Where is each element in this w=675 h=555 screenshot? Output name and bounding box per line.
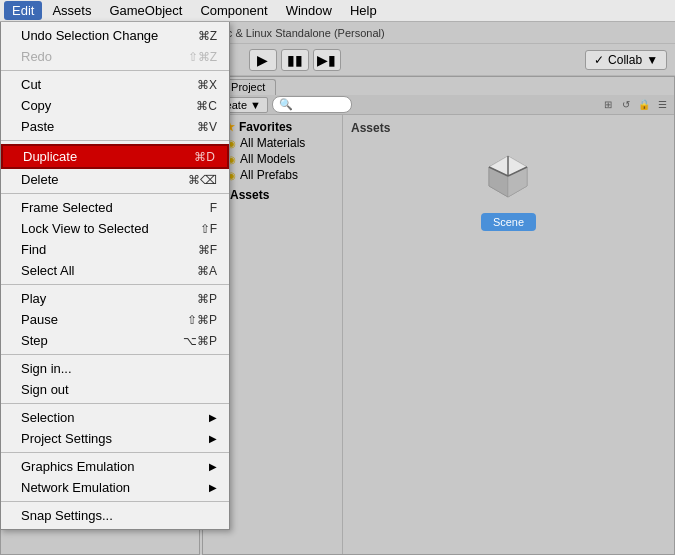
all-prefabs-label: All Prefabs <box>240 168 298 182</box>
menu-item-selection[interactable]: Selection ▶ <box>1 407 229 428</box>
signin-label: Sign in... <box>21 361 217 376</box>
menu-gameobject[interactable]: GameObject <box>101 1 190 20</box>
redo-label: Redo <box>21 49 188 64</box>
step-button[interactable]: ▶▮ <box>313 49 341 71</box>
unity-cube-icon <box>479 145 539 205</box>
graphicsemulation-arrow-icon: ▶ <box>209 461 217 472</box>
networkemulation-arrow-icon: ▶ <box>209 482 217 493</box>
project-body: ▼ ★ Favorites ◉ All Materials ◉ All Mode… <box>203 115 674 554</box>
separator-5 <box>1 354 229 355</box>
menu-window[interactable]: Window <box>278 1 340 20</box>
project-lock-icon[interactable]: 🔒 <box>636 97 652 113</box>
collab-button[interactable]: ✓ Collab ▼ <box>585 50 667 70</box>
separator-6 <box>1 403 229 404</box>
delete-shortcut: ⌘⌫ <box>188 173 217 187</box>
duplicate-label: Duplicate <box>23 149 194 164</box>
selectall-shortcut: ⌘A <box>197 264 217 278</box>
redo-shortcut: ⇧⌘Z <box>188 50 217 64</box>
menu-assets[interactable]: Assets <box>44 1 99 20</box>
collab-check-icon: ✓ <box>594 53 604 67</box>
assets-header-label: Assets <box>347 119 670 137</box>
project-icon1[interactable]: ⊞ <box>600 97 616 113</box>
selectall-label: Select All <box>21 263 197 278</box>
pause-button[interactable]: ▮▮ <box>281 49 309 71</box>
menu-item-find[interactable]: Find ⌘F <box>1 239 229 260</box>
cut-label: Cut <box>21 77 197 92</box>
menu-component[interactable]: Component <box>192 1 275 20</box>
separator-7 <box>1 452 229 453</box>
assets-tree-label: Assets <box>230 188 269 202</box>
menu-item-step[interactable]: Step ⌥⌘P <box>1 330 229 351</box>
menu-item-undo[interactable]: Undo Selection Change ⌘Z <box>1 25 229 46</box>
menu-item-redo[interactable]: Redo ⇧⌘Z <box>1 46 229 67</box>
project-search[interactable]: 🔍 <box>272 96 352 113</box>
separator-3 <box>1 193 229 194</box>
menu-item-paste[interactable]: Paste ⌘V <box>1 116 229 137</box>
lock-shortcut: ⇧F <box>200 222 217 236</box>
project-icon2[interactable]: ↺ <box>618 97 634 113</box>
snapsettings-label: Snap Settings... <box>21 508 217 523</box>
menu-item-pause[interactable]: Pause ⇧⌘P <box>1 309 229 330</box>
menu-item-graphicsemulation[interactable]: Graphics Emulation ▶ <box>1 456 229 477</box>
find-label: Find <box>21 242 198 257</box>
menu-edit[interactable]: Edit <box>4 1 42 20</box>
favorites-label: Favorites <box>239 120 292 134</box>
menu-item-lock[interactable]: Lock View to Selected ⇧F <box>1 218 229 239</box>
menu-bar: Edit Assets GameObject Component Window … <box>0 0 675 22</box>
selection-label: Selection <box>21 410 209 425</box>
pause-shortcut: ⇧⌘P <box>187 313 217 327</box>
menu-item-selectall[interactable]: Select All ⌘A <box>1 260 229 281</box>
menu-item-snapsettings[interactable]: Snap Settings... <box>1 505 229 526</box>
project-tabs: 📁 Project <box>203 77 674 95</box>
separator-1 <box>1 70 229 71</box>
pause-menu-label: Pause <box>21 312 187 327</box>
menu-item-signout[interactable]: Sign out <box>1 379 229 400</box>
menu-help[interactable]: Help <box>342 1 385 20</box>
edit-dropdown: Undo Selection Change ⌘Z Redo ⇧⌘Z Cut ⌘X… <box>0 22 230 530</box>
all-models-label: All Models <box>240 152 295 166</box>
menu-item-play[interactable]: Play ⌘P <box>1 288 229 309</box>
collab-arrow-icon: ▼ <box>646 53 658 67</box>
duplicate-shortcut: ⌘D <box>194 150 215 164</box>
separator-2 <box>1 140 229 141</box>
menu-item-frame[interactable]: Frame Selected F <box>1 197 229 218</box>
menu-item-signin[interactable]: Sign in... <box>1 358 229 379</box>
paste-shortcut: ⌘V <box>197 120 217 134</box>
projectsettings-arrow-icon: ▶ <box>209 433 217 444</box>
delete-label: Delete <box>21 172 188 187</box>
menu-item-cut[interactable]: Cut ⌘X <box>1 74 229 95</box>
separator-4 <box>1 284 229 285</box>
project-tab-label: Project <box>231 81 265 93</box>
scene-file-label: Scene <box>493 216 524 228</box>
project-panel: 📁 Project Create ▼ 🔍 ⊞ ↺ 🔒 ☰ ▼ ★ <box>202 76 675 555</box>
all-materials-label: All Materials <box>240 136 305 150</box>
menu-item-projectsettings[interactable]: Project Settings ▶ <box>1 428 229 449</box>
signout-label: Sign out <box>21 382 217 397</box>
step-menu-label: Step <box>21 333 183 348</box>
graphicsemulation-label: Graphics Emulation <box>21 459 209 474</box>
scene-thumbnail[interactable]: Scene <box>481 213 536 231</box>
project-toolbar: Create ▼ 🔍 ⊞ ↺ 🔒 ☰ <box>203 95 674 115</box>
menu-item-duplicate[interactable]: Duplicate ⌘D <box>1 144 229 169</box>
edit-menu: Undo Selection Change ⌘Z Redo ⇧⌘Z Cut ⌘X… <box>0 22 230 530</box>
projectsettings-label: Project Settings <box>21 431 209 446</box>
networkemulation-label: Network Emulation <box>21 480 209 495</box>
menu-item-copy[interactable]: Copy ⌘C <box>1 95 229 116</box>
search-icon: 🔍 <box>279 98 293 110</box>
play-button[interactable]: ▶ <box>249 49 277 71</box>
lock-label: Lock View to Selected <box>21 221 200 236</box>
menu-item-networkemulation[interactable]: Network Emulation ▶ <box>1 477 229 498</box>
copy-shortcut: ⌘C <box>196 99 217 113</box>
play-label: Play <box>21 291 197 306</box>
copy-label: Copy <box>21 98 196 113</box>
separator-8 <box>1 501 229 502</box>
play-shortcut: ⌘P <box>197 292 217 306</box>
menu-item-delete[interactable]: Delete ⌘⌫ <box>1 169 229 190</box>
project-icons: ⊞ ↺ 🔒 ☰ <box>600 97 670 113</box>
find-shortcut: ⌘F <box>198 243 217 257</box>
project-menu-icon[interactable]: ☰ <box>654 97 670 113</box>
unity-logo-svg <box>481 148 536 203</box>
step-shortcut: ⌥⌘P <box>183 334 217 348</box>
paste-label: Paste <box>21 119 197 134</box>
collab-label: Collab <box>608 53 642 67</box>
